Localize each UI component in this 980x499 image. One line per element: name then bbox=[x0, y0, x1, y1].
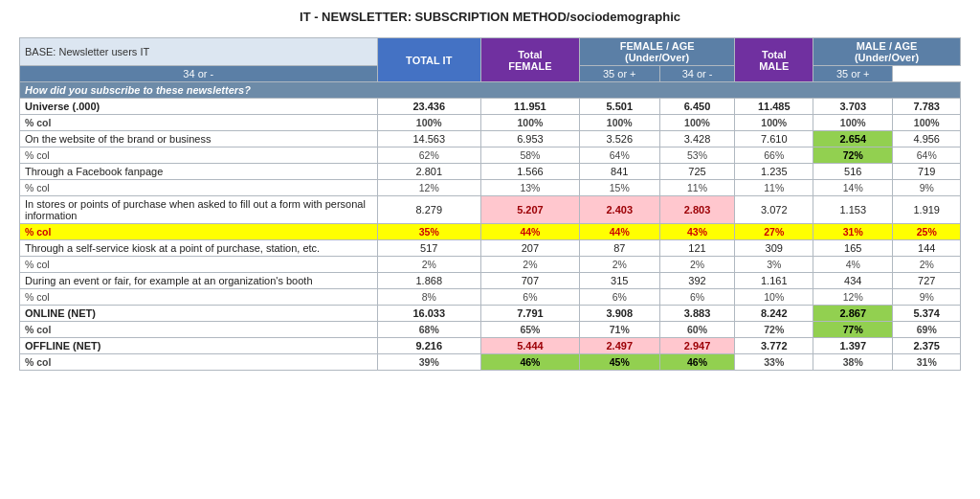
data-row: In stores or points of purchase when ask… bbox=[20, 196, 961, 224]
pct-cell: 43% bbox=[659, 224, 735, 240]
pct-cell: 25% bbox=[893, 224, 961, 240]
pct-cell: 72% bbox=[735, 322, 813, 338]
pct-cell: 2% bbox=[579, 257, 659, 273]
main-table: BASE: Newsletter users IT TOTAL IT Total… bbox=[19, 37, 961, 371]
pct-cell: 11% bbox=[659, 180, 735, 196]
data-cell: 2.497 bbox=[579, 338, 659, 354]
pct-cell: 31% bbox=[813, 224, 893, 240]
header-female-age: FEMALE / AGE (Under/Over) bbox=[579, 38, 735, 66]
data-cell: 434 bbox=[813, 273, 893, 289]
pct-cell: 14% bbox=[813, 180, 893, 196]
data-cell: 16.033 bbox=[377, 306, 480, 322]
data-cell: 2.654 bbox=[813, 131, 893, 147]
pct-cell: 6% bbox=[659, 289, 735, 306]
pct-cell: 58% bbox=[480, 147, 579, 164]
data-cell: 2.801 bbox=[377, 164, 480, 180]
data-cell: 2.803 bbox=[659, 196, 735, 224]
header-total-female-top: TotalFEMALE bbox=[480, 38, 579, 82]
data-row: On the website of the brand or business1… bbox=[20, 131, 961, 147]
pct-cell: 12% bbox=[813, 289, 893, 306]
pct-cell: 100% bbox=[579, 115, 659, 131]
data-cell: 2.867 bbox=[813, 306, 893, 322]
pct-cell: 44% bbox=[480, 224, 579, 240]
data-cell: 3.526 bbox=[579, 131, 659, 147]
pct-cell: 100% bbox=[893, 115, 961, 131]
row-label: ONLINE (NET) bbox=[20, 306, 378, 322]
section-header: How did you subscribe to these newslette… bbox=[20, 82, 961, 99]
pct-label: % col bbox=[20, 354, 378, 371]
pct-cell: 62% bbox=[377, 147, 480, 164]
pct-cell: 45% bbox=[579, 354, 659, 371]
data-cell: 1.161 bbox=[735, 273, 813, 289]
header-female-age-under: 34 or - bbox=[20, 66, 378, 82]
row-label: Through a Facebook fanpage bbox=[20, 164, 378, 180]
data-cell: 5.207 bbox=[480, 196, 579, 224]
data-cell: 725 bbox=[659, 164, 735, 180]
data-cell: 727 bbox=[893, 273, 961, 289]
data-row: Through a self-service kiosk at a point … bbox=[20, 240, 961, 257]
pct-cell: 46% bbox=[659, 354, 735, 371]
pct-cell: 3% bbox=[735, 257, 813, 273]
data-cell: 1.153 bbox=[813, 196, 893, 224]
data-cell: 3.772 bbox=[735, 338, 813, 354]
pct-label: % col bbox=[20, 322, 378, 338]
pct-label: % col bbox=[20, 115, 378, 131]
pct-cell: 2% bbox=[377, 257, 480, 273]
row-label: On the website of the brand or business bbox=[20, 131, 378, 147]
pct-cell: 38% bbox=[813, 354, 893, 371]
data-cell: 5.444 bbox=[480, 338, 579, 354]
header-total-it: TOTAL IT bbox=[377, 38, 480, 82]
pct-cell: 35% bbox=[377, 224, 480, 240]
header-female-age-over: 35 or + bbox=[579, 66, 659, 82]
data-cell: 309 bbox=[735, 240, 813, 257]
data-row: Through a Facebook fanpage2.8011.5668417… bbox=[20, 164, 961, 180]
pct-cell: 4% bbox=[813, 257, 893, 273]
pct-cell: 77% bbox=[813, 322, 893, 338]
pct-label: % col bbox=[20, 147, 378, 164]
data-cell: 3.883 bbox=[659, 306, 735, 322]
data-cell: 23.436 bbox=[377, 99, 480, 115]
data-cell: 9.216 bbox=[377, 338, 480, 354]
pct-label: % col bbox=[20, 224, 378, 240]
pct-cell: 44% bbox=[579, 224, 659, 240]
pct-cell: 10% bbox=[735, 289, 813, 306]
data-cell: 719 bbox=[893, 164, 961, 180]
data-cell: 7.610 bbox=[735, 131, 813, 147]
data-cell: 841 bbox=[579, 164, 659, 180]
pct-cell: 6% bbox=[480, 289, 579, 306]
pct-cell: 12% bbox=[377, 180, 480, 196]
data-cell: 3.908 bbox=[579, 306, 659, 322]
pct-cell: 2% bbox=[659, 257, 735, 273]
data-cell: 8.279 bbox=[377, 196, 480, 224]
pct-label: % col bbox=[20, 257, 378, 273]
pct-cell: 39% bbox=[377, 354, 480, 371]
pct-cell: 100% bbox=[813, 115, 893, 131]
base-label: BASE: Newsletter users IT bbox=[20, 38, 378, 66]
pct-row: % col68%65%71%60%72%77%69% bbox=[20, 322, 961, 338]
data-cell: 121 bbox=[659, 240, 735, 257]
pct-cell: 66% bbox=[735, 147, 813, 164]
pct-cell: 13% bbox=[480, 180, 579, 196]
pct-cell: 100% bbox=[659, 115, 735, 131]
data-cell: 3.072 bbox=[735, 196, 813, 224]
data-cell: 2.375 bbox=[893, 338, 961, 354]
data-cell: 5.501 bbox=[579, 99, 659, 115]
data-cell: 707 bbox=[480, 273, 579, 289]
pct-cell: 53% bbox=[659, 147, 735, 164]
data-cell: 6.953 bbox=[480, 131, 579, 147]
header-total-male-top: TotalMALE bbox=[735, 38, 813, 82]
pct-cell: 64% bbox=[579, 147, 659, 164]
pct-cell: 2% bbox=[893, 257, 961, 273]
pct-row: % col8%6%6%6%10%12%9% bbox=[20, 289, 961, 306]
pct-row: % col12%13%15%11%11%14%9% bbox=[20, 180, 961, 196]
data-cell: 8.242 bbox=[735, 306, 813, 322]
pct-cell: 33% bbox=[735, 354, 813, 371]
pct-cell: 2% bbox=[480, 257, 579, 273]
pct-cell: 60% bbox=[659, 322, 735, 338]
data-cell: 207 bbox=[480, 240, 579, 257]
pct-label: % col bbox=[20, 289, 378, 306]
data-row: Universe (.000)23.43611.9515.5016.45011.… bbox=[20, 99, 961, 115]
pct-cell: 72% bbox=[813, 147, 893, 164]
data-cell: 2.403 bbox=[579, 196, 659, 224]
header-male-age: MALE / AGE (Under/Over) bbox=[813, 38, 961, 66]
